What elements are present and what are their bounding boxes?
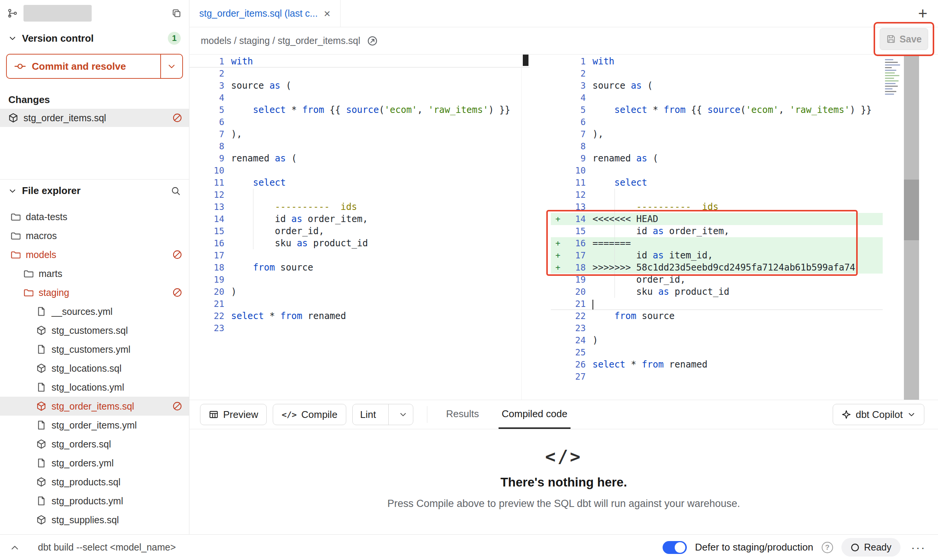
tree-item-stg_supplies.sql[interactable]: stg_supplies.sql bbox=[0, 510, 189, 529]
branch-icon[interactable] bbox=[8, 8, 17, 18]
left-pane-scrollbar[interactable] bbox=[521, 55, 530, 400]
tree-item-models[interactable]: models bbox=[0, 245, 189, 264]
tab-results[interactable]: Results bbox=[443, 400, 482, 429]
command-input[interactable]: dbt build --select <model_name> bbox=[38, 542, 176, 553]
code-line-20[interactable]: 20 sku as product_id bbox=[551, 286, 883, 298]
code-line-4[interactable]: 4 bbox=[551, 92, 883, 104]
code-line-14[interactable]: 14 id as order_item, bbox=[189, 213, 530, 225]
code-line-23[interactable]: 23 bbox=[189, 322, 530, 334]
code-line-18[interactable]: 18 from source bbox=[189, 261, 530, 274]
code-line-18[interactable]: +18>>>>>>> 58c1dd23d5eebd9cd2495fa7124ab… bbox=[551, 261, 883, 274]
code-line-3[interactable]: 3source as ( bbox=[189, 80, 530, 92]
code-line-8[interactable]: 8 bbox=[189, 140, 530, 152]
copy-icon[interactable] bbox=[172, 8, 181, 18]
compile-button[interactable]: </> Compile bbox=[273, 404, 346, 425]
tree-item-stg_orders.yml[interactable]: stg_orders.yml bbox=[0, 454, 189, 472]
code-line-17[interactable]: +17 id as item_id, bbox=[551, 249, 883, 261]
tree-item-stg_products.sql[interactable]: stg_products.sql bbox=[0, 472, 189, 491]
code-line-16[interactable]: 16 sku as product_id bbox=[189, 237, 530, 249]
code-line-6[interactable]: 6 bbox=[189, 116, 530, 128]
discard-change-icon[interactable] bbox=[172, 113, 182, 123]
minimap[interactable] bbox=[883, 55, 904, 400]
code-line-26[interactable]: 26select * from renamed bbox=[551, 358, 883, 371]
lint-button-label[interactable]: Lint bbox=[353, 404, 384, 425]
code-line-1[interactable]: 1with bbox=[551, 55, 883, 67]
editor-pane-merged[interactable]: 1with23source as (45 select * from {{ so… bbox=[551, 55, 883, 400]
code-line-15[interactable]: 15 id as order_item, bbox=[551, 225, 883, 237]
lineage-icon[interactable] bbox=[367, 36, 378, 46]
code-line-16[interactable]: +16======= bbox=[551, 237, 883, 249]
tree-item-data-tests[interactable]: data-tests bbox=[0, 207, 189, 226]
chevron-up-icon[interactable] bbox=[10, 543, 20, 552]
editor-scrollbar[interactable] bbox=[904, 55, 919, 400]
new-tab-button[interactable]: + bbox=[918, 6, 927, 22]
more-options-button[interactable]: ··· bbox=[909, 541, 928, 554]
code-line-12[interactable]: 12 bbox=[551, 189, 883, 201]
lint-options-button[interactable] bbox=[393, 410, 413, 419]
tree-item-stg_order_items.yml[interactable]: stg_order_items.yml bbox=[0, 416, 189, 435]
tree-item-stg_locations.yml[interactable]: stg_locations.yml bbox=[0, 378, 189, 397]
scrollbar-thumb[interactable] bbox=[523, 55, 528, 66]
tree-item-marts[interactable]: marts bbox=[0, 264, 189, 283]
help-icon[interactable]: ? bbox=[822, 542, 833, 553]
code-line-8[interactable]: 8 bbox=[551, 140, 883, 152]
code-line-2[interactable]: 2 bbox=[189, 67, 530, 80]
discard-icon[interactable] bbox=[172, 250, 182, 260]
code-line-9[interactable]: 9renamed as ( bbox=[551, 152, 883, 164]
close-tab-icon[interactable]: × bbox=[324, 8, 331, 19]
tab-stg-order-items[interactable]: stg_order_items.sql (last c... × bbox=[189, 0, 341, 27]
code-line-5[interactable]: 5 select * from {{ source('ecom', 'raw_i… bbox=[551, 104, 883, 116]
tree-item-stg_orders.sql[interactable]: stg_orders.sql bbox=[0, 435, 189, 454]
scrollbar-thumb[interactable] bbox=[904, 180, 919, 240]
code-line-27[interactable]: 27 bbox=[551, 371, 883, 383]
status-badge[interactable]: Ready bbox=[841, 538, 900, 557]
defer-toggle[interactable] bbox=[663, 541, 687, 554]
version-control-header[interactable]: Version control 1 bbox=[0, 27, 189, 50]
code-line-10[interactable]: 10 bbox=[551, 164, 883, 177]
code-line-15[interactable]: 15 order_id, bbox=[189, 225, 530, 237]
file-explorer-header[interactable]: File explorer bbox=[0, 180, 189, 202]
dbt-copilot-button[interactable]: dbt Copilot bbox=[833, 404, 924, 425]
code-line-13[interactable]: 13 ---------- ids bbox=[551, 201, 883, 213]
code-line-17[interactable]: 17 bbox=[189, 249, 530, 261]
code-line-19[interactable]: 19 bbox=[189, 274, 530, 286]
commit-and-resolve-button[interactable]: Commit and resolve bbox=[6, 54, 183, 79]
commit-options-button[interactable] bbox=[161, 55, 182, 78]
code-line-24[interactable]: 24) bbox=[551, 334, 883, 346]
code-line-13[interactable]: 13 ---------- ids bbox=[189, 201, 530, 213]
editor-pane-original[interactable]: 1with23source as (45 select * from {{ so… bbox=[189, 55, 530, 400]
tree-item-stg_customers.sql[interactable]: stg_customers.sql bbox=[0, 321, 189, 340]
tree-item-stg_order_items.sql[interactable]: stg_order_items.sql bbox=[0, 397, 189, 416]
code-line-23[interactable]: 23 bbox=[551, 322, 883, 334]
preview-button[interactable]: Preview bbox=[200, 404, 267, 425]
tree-item-staging[interactable]: staging bbox=[0, 283, 189, 302]
code-line-21[interactable]: 21 bbox=[189, 298, 530, 310]
code-line-3[interactable]: 3source as ( bbox=[551, 80, 883, 92]
discard-icon[interactable] bbox=[172, 401, 182, 411]
tree-item-stg_customers.yml[interactable]: stg_customers.yml bbox=[0, 340, 189, 359]
code-line-14[interactable]: +14<<<<<<< HEAD bbox=[551, 213, 883, 225]
code-line-12[interactable]: 12 bbox=[189, 189, 530, 201]
discard-icon[interactable] bbox=[172, 288, 182, 297]
tab-compiled-code[interactable]: Compiled code bbox=[499, 400, 570, 429]
code-line-10[interactable]: 10 bbox=[189, 164, 530, 177]
code-line-22[interactable]: 22select * from renamed bbox=[189, 310, 530, 322]
changed-file-row[interactable]: stg_order_items.sql bbox=[0, 109, 189, 127]
code-line-25[interactable]: 25 bbox=[551, 346, 883, 358]
code-line-11[interactable]: 11 select bbox=[189, 177, 530, 189]
code-line-2[interactable]: 2 bbox=[551, 67, 883, 80]
tree-item-macros[interactable]: macros bbox=[0, 226, 189, 245]
tree-item-__sources.yml[interactable]: __sources.yml bbox=[0, 302, 189, 321]
code-line-5[interactable]: 5 select * from {{ source('ecom', 'raw_i… bbox=[189, 104, 530, 116]
lint-button[interactable]: Lint bbox=[352, 404, 413, 425]
code-line-20[interactable]: 20) bbox=[189, 286, 530, 298]
save-button[interactable]: Save bbox=[880, 28, 928, 50]
code-line-4[interactable]: 4 bbox=[189, 92, 530, 104]
code-line-19[interactable]: 19 order_id, bbox=[551, 274, 883, 286]
code-line-21[interactable]: 21 bbox=[551, 298, 883, 310]
code-line-7[interactable]: 7), bbox=[551, 128, 883, 140]
tree-item-stg_products.yml[interactable]: stg_products.yml bbox=[0, 491, 189, 510]
tree-item-stg_locations.sql[interactable]: stg_locations.sql bbox=[0, 359, 189, 378]
search-icon[interactable] bbox=[171, 186, 181, 196]
code-line-7[interactable]: 7), bbox=[189, 128, 530, 140]
